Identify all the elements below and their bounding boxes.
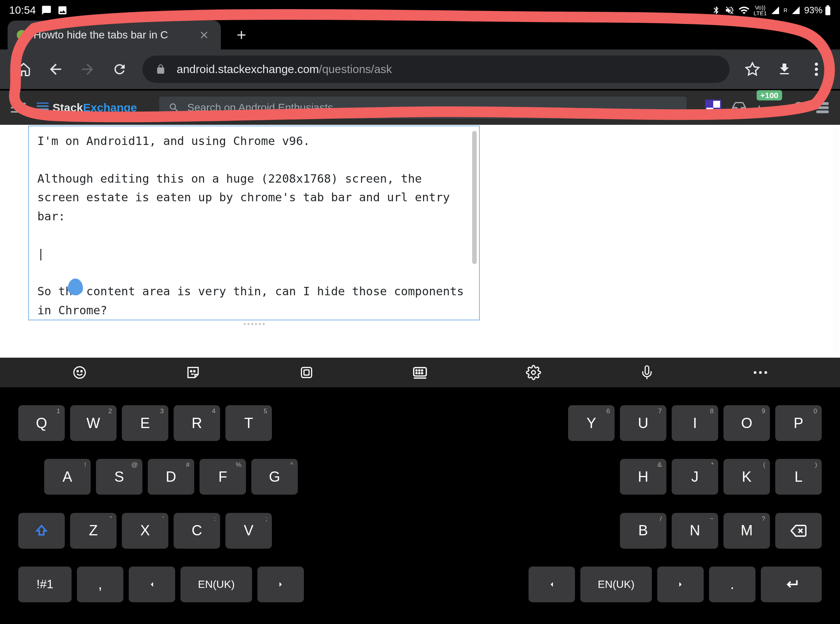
key-k[interactable]: K( (723, 459, 770, 495)
roaming-indicator: R (784, 7, 787, 13)
svg-rect-1 (827, 5, 829, 6)
back-button[interactable] (43, 56, 69, 82)
search-placeholder: Search on Android Enthusiasts… (187, 102, 344, 114)
editor-scrollbar[interactable] (472, 131, 477, 264)
key-h[interactable]: H& (620, 459, 666, 495)
signal-icon-1 (771, 6, 780, 15)
kb-settings-button[interactable] (477, 365, 590, 380)
svg-point-8 (74, 367, 85, 378)
browser-tab-active[interactable]: Howto hide the tabs bar in C (8, 21, 221, 49)
key-v[interactable]: V; (225, 513, 272, 549)
key-g[interactable]: G^ (251, 459, 298, 495)
svg-point-17 (416, 370, 417, 371)
lang-key-right[interactable]: EN(UK) (580, 567, 652, 602)
home-button[interactable] (11, 56, 37, 82)
svg-point-23 (532, 371, 535, 374)
svg-point-18 (419, 370, 420, 371)
key-u[interactable]: U7 (620, 405, 666, 441)
kb-row3-left: Z"X'C:V; (70, 513, 272, 549)
forward-button (75, 56, 101, 82)
key-t[interactable]: T5 (225, 405, 272, 441)
editor-resize-grippie[interactable] (28, 320, 480, 327)
lang-next-key-right[interactable] (657, 567, 704, 602)
key-x[interactable]: X' (122, 513, 168, 549)
svg-point-11 (190, 371, 192, 372)
stackexchange-logo[interactable]: StackExchange (37, 101, 137, 114)
rep-badge: +100 (757, 90, 782, 100)
backspace-key[interactable] (775, 513, 822, 549)
text-caret-handle[interactable] (68, 279, 83, 295)
key-y[interactable]: Y6 (568, 405, 615, 441)
page-scrollbar[interactable] (833, 125, 840, 358)
url-bar[interactable]: android.stackexchange.com/questions/ask (142, 56, 730, 83)
key-m[interactable]: M? (723, 513, 770, 549)
help-button[interactable] (792, 101, 806, 115)
svg-rect-14 (304, 370, 309, 375)
svg-point-26 (759, 371, 762, 374)
search-icon (168, 102, 180, 113)
kb-row2-right: H&J*K(L) (620, 459, 822, 495)
kb-gif-button[interactable] (250, 365, 363, 380)
key-r[interactable]: R4 (174, 405, 220, 441)
svg-point-20 (416, 372, 417, 374)
key-p[interactable]: P0 (775, 405, 822, 441)
bookmark-button[interactable] (739, 56, 765, 82)
lang-key-left[interactable]: EN(UK) (180, 567, 252, 602)
inbox-button[interactable] (731, 100, 747, 115)
keyboard-toolbar (0, 358, 840, 387)
key-i[interactable]: I8 (672, 405, 718, 441)
download-button[interactable] (771, 56, 797, 82)
question-body-editor[interactable]: I'm on Android11, and using Chrome v96. … (28, 126, 480, 320)
kb-sticker-button[interactable] (136, 365, 250, 380)
reload-button[interactable] (107, 56, 133, 82)
bluetooth-icon (712, 6, 721, 15)
achievements-button[interactable]: +100 (757, 97, 782, 118)
key-f[interactable]: F% (200, 459, 246, 495)
tab-close-button[interactable] (196, 27, 212, 43)
user-avatar[interactable] (705, 99, 722, 116)
se-search-input[interactable]: Search on Android Enthusiasts… (159, 97, 687, 119)
key-e[interactable]: E3 (122, 405, 168, 441)
lang-prev-key-right[interactable] (529, 567, 575, 602)
kb-more-button[interactable] (704, 370, 817, 375)
lang-next-key[interactable] (257, 567, 304, 602)
shift-key[interactable] (18, 513, 65, 549)
content-sidebar-blank (480, 125, 833, 358)
key-l[interactable]: L) (775, 459, 822, 495)
volte-indicator: Vo))LTE1 (754, 5, 767, 16)
key-q[interactable]: Q1 (18, 405, 65, 441)
key-j[interactable]: J* (672, 459, 718, 495)
key-n[interactable]: N~ (672, 513, 718, 549)
kb-voice-button[interactable] (590, 365, 704, 380)
svg-rect-6 (816, 106, 829, 109)
new-tab-button[interactable] (232, 26, 251, 44)
hamburger-menu-button[interactable] (11, 100, 26, 115)
svg-point-9 (77, 371, 78, 372)
svg-rect-15 (414, 368, 426, 376)
editor-text: I'm on Android11, and using Chrome v96. … (29, 126, 479, 320)
enter-key[interactable] (761, 567, 822, 602)
key-w[interactable]: W2 (70, 405, 117, 441)
comma-key[interactable]: , (77, 567, 123, 602)
key-c[interactable]: C: (174, 513, 220, 549)
kb-emoji-button[interactable] (23, 365, 136, 380)
key-z[interactable]: Z" (70, 513, 117, 549)
menu-button[interactable] (803, 56, 829, 82)
kb-row2-left: A!S@D#F%G^ (18, 459, 298, 495)
vibrate-icon (725, 5, 735, 15)
lang-prev-key[interactable] (129, 567, 175, 602)
key-o[interactable]: O9 (723, 405, 770, 441)
symbols-key[interactable]: !#1 (18, 567, 72, 602)
status-time: 10:54 (9, 4, 36, 16)
period-key[interactable]: . (709, 567, 755, 602)
key-d[interactable]: D# (148, 459, 194, 495)
site-switcher-button[interactable] (816, 101, 829, 115)
key-s[interactable]: S@ (96, 459, 142, 495)
lock-icon (155, 64, 166, 75)
battery-indicator: 93% (804, 5, 831, 16)
svg-point-22 (422, 372, 423, 374)
key-a[interactable]: A! (44, 459, 91, 495)
key-b[interactable]: B/ (620, 513, 666, 549)
kb-keyboard-mode-button[interactable] (363, 364, 477, 381)
chrome-toolbar: android.stackexchange.com/questions/ask (0, 49, 840, 89)
